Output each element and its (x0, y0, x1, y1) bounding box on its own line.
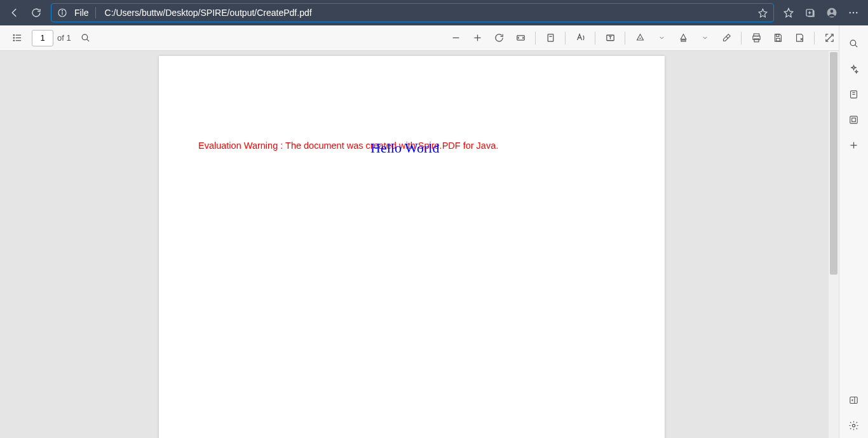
svg-rect-40 (852, 118, 856, 121)
side-plus-icon[interactable] (843, 132, 865, 158)
toolbar-divider (595, 32, 595, 44)
refresh-button[interactable] (25, 2, 47, 24)
more-button[interactable] (843, 2, 864, 24)
draw-icon[interactable] (629, 27, 651, 49)
side-collapse-icon[interactable] (843, 387, 865, 413)
evaluation-warning-text: Evaluation Warning : The document was cr… (198, 140, 498, 151)
draw-caret-icon[interactable] (651, 27, 672, 49)
document-content-text: Hello World (370, 140, 439, 156)
toolbar-divider (741, 32, 742, 44)
contents-icon[interactable] (6, 27, 28, 49)
find-icon[interactable] (75, 27, 97, 49)
svg-point-14 (13, 40, 14, 41)
browser-toolbar: File C:/Users/buttw/Desktop/SPIRE/output… (0, 0, 868, 25)
save-icon[interactable] (767, 27, 789, 49)
scrollbar-track[interactable] (829, 51, 839, 438)
add-text-icon[interactable] (599, 27, 621, 49)
svg-point-15 (82, 34, 88, 40)
toolbar-divider (565, 32, 566, 44)
svg-point-13 (13, 38, 14, 38)
profile-button[interactable] (821, 2, 843, 24)
erase-icon[interactable] (715, 27, 737, 49)
print-icon[interactable] (745, 27, 767, 49)
pdf-page (159, 56, 665, 438)
fullscreen-icon[interactable] (818, 27, 840, 49)
zoom-out-icon[interactable] (445, 27, 466, 49)
pdf-toolbar: of 1 (0, 25, 868, 51)
svg-line-32 (826, 35, 832, 41)
svg-rect-25 (681, 40, 685, 41)
svg-point-8 (856, 12, 857, 13)
svg-line-26 (726, 36, 728, 38)
read-aloud-icon[interactable] (569, 27, 591, 49)
favorites-button[interactable] (778, 2, 799, 24)
collections-button[interactable] (799, 2, 821, 24)
zoom-in-icon[interactable] (466, 27, 488, 49)
highlight-caret-icon[interactable] (694, 27, 715, 49)
side-sparkle-icon[interactable] (843, 56, 865, 81)
svg-line-35 (855, 44, 858, 47)
svg-point-7 (853, 12, 854, 13)
fit-page-icon[interactable] (510, 27, 531, 49)
svg-rect-31 (776, 38, 780, 41)
page-count-label: of 1 (57, 33, 71, 43)
svg-point-45 (852, 424, 855, 427)
svg-point-34 (850, 40, 856, 46)
page-number-input[interactable] (32, 30, 53, 46)
svg-point-6 (850, 12, 851, 13)
address-scheme-label: File (73, 7, 96, 18)
toolbar-divider (814, 32, 815, 44)
svg-rect-43 (850, 397, 857, 403)
site-info-icon[interactable] (51, 8, 73, 18)
pdf-viewport[interactable]: Evaluation Warning : The document was cr… (0, 51, 839, 438)
page-view-icon[interactable] (539, 27, 561, 49)
scrollbar-thumb[interactable] (830, 52, 837, 275)
highlight-icon[interactable] (672, 27, 694, 49)
side-office-icon[interactable] (843, 107, 865, 132)
side-search-icon[interactable] (843, 31, 865, 56)
toolbar-divider (535, 32, 536, 44)
rotate-icon[interactable] (488, 27, 510, 49)
browser-side-panel (839, 25, 868, 438)
svg-rect-29 (754, 39, 758, 42)
back-button[interactable] (4, 2, 25, 24)
svg-rect-21 (548, 34, 553, 41)
save-as-icon[interactable] (789, 27, 810, 49)
svg-line-16 (87, 39, 90, 42)
address-bar[interactable]: File C:/Users/buttw/Desktop/SPIRE/output… (51, 3, 774, 22)
address-url: C:/Users/buttw/Desktop/SPIRE/output/Crea… (96, 8, 752, 18)
side-settings-icon[interactable] (843, 413, 865, 438)
side-tools-icon[interactable] (843, 81, 865, 107)
toolbar-divider (625, 32, 625, 44)
svg-rect-39 (850, 116, 857, 123)
svg-point-5 (831, 10, 834, 13)
svg-rect-30 (776, 34, 778, 37)
svg-point-12 (13, 35, 14, 36)
favorite-star-icon[interactable] (752, 8, 773, 18)
svg-point-2 (62, 10, 62, 11)
